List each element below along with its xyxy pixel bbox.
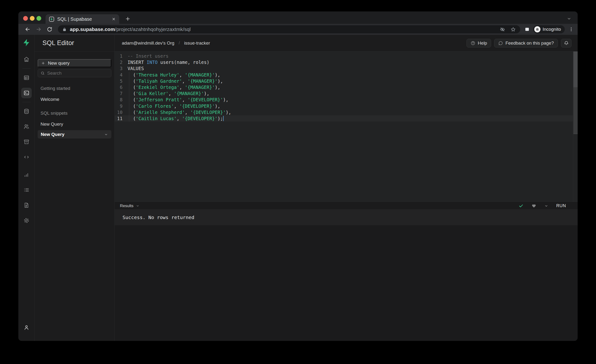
code-line-6[interactable]: 6 ('Ezekiel Ortega', '{MANAGER}'), [115,84,578,90]
terminal-icon [23,90,30,96]
forward-button[interactable] [36,26,42,32]
browser-tab[interactable]: SQL | Supabase [45,14,119,24]
chevron-down-icon[interactable] [104,132,108,137]
sidebar-item-settings[interactable] [21,215,32,226]
success-message: Success. No rows returned [123,215,194,220]
line-number: 5 [115,78,127,84]
new-query-button[interactable]: New query [38,59,111,67]
reload-button[interactable] [46,26,53,32]
file-text-icon [23,202,30,208]
section-heading-sql-snippets: SQL snippets [41,111,108,116]
help-button[interactable]: Help [467,39,491,47]
page-title: SQL Editor [42,39,74,47]
body-row: New query Getting started Welcome SQL sn… [35,52,578,341]
line-number: 2 [115,59,127,65]
sql-editor[interactable]: 1-- Insert users2INSERT INTO users(name,… [115,52,578,202]
new-query-label: New query [48,60,70,66]
snippet-search[interactable] [38,69,111,77]
scrollbar-thumb-secondary [573,87,578,134]
bar-chart-icon [23,172,30,178]
code-line-8[interactable]: 8 ('Jefferson Pratt', '{DEVELOPER}'), [115,97,578,103]
close-tab-icon[interactable] [112,17,116,21]
scrollbar-thumb[interactable] [573,52,578,87]
breadcrumb-project[interactable]: issue-tracker [184,41,210,46]
editor-scrollbar[interactable] [573,52,578,202]
sidebar-item-table-editor[interactable] [21,73,32,83]
eye-off-icon[interactable] [500,27,505,32]
code-text: INSERT INTO users(name, roles) [127,59,578,65]
sidebar-item-database[interactable] [21,106,32,117]
success-check-icon [519,203,523,208]
code-text: VALUES [127,66,578,71]
results-message-row: Success. No rows returned [115,209,578,225]
sidebar-item-logs[interactable] [21,185,32,195]
person-icon [23,324,30,331]
code-line-10[interactable]: 10 ('Arielle Shepherd', '{DEVELOPER}'), [115,109,578,115]
code-text: ('Arielle Shepherd', '{DEVELOPER}'), [127,110,578,115]
sidebar-item-edge-functions[interactable] [21,152,32,162]
feedback-button[interactable]: Feedback on this page? [494,39,558,47]
sidebar-item-sql-editor[interactable] [21,88,32,98]
tab-search-chevron-icon[interactable] [567,16,571,21]
sidebar-item-welcome[interactable]: Welcome [41,97,108,102]
side-panel-icon[interactable] [524,27,530,32]
results-empty-area [115,225,578,341]
sidebar-item-storage[interactable] [21,137,32,147]
back-button[interactable] [25,26,31,32]
sidebar-item-new-query[interactable]: New Query [41,122,108,127]
code-line-3[interactable]: 3VALUES [115,65,578,72]
line-number: 8 [115,97,127,102]
results-chevron-icon[interactable] [136,204,140,208]
panel-header: SQL Editor [35,35,115,51]
line-number: 1 [115,53,127,59]
code-icon [23,154,30,160]
desktop-background: SQL | Supabase [0,0,596,364]
code-line-4[interactable]: 4 ('Theresa Hurley', '{MANAGER}'), [115,72,578,78]
sidebar-item-docs[interactable] [21,200,32,210]
users-icon [23,124,30,130]
close-window-button[interactable] [23,16,28,21]
main-area: SQL Editor adam@windmill.dev's Org / iss… [35,35,578,341]
tab-title: SQL | Supabase [57,16,112,22]
plus-icon [41,61,45,65]
minimize-window-button[interactable] [30,16,35,21]
bookmark-star-icon[interactable] [510,27,516,32]
search-icon [41,71,45,75]
sidebar-item-new-query-selected[interactable]: New Query [38,130,111,139]
breadcrumb-org[interactable]: adam@windmill.dev's Org [122,41,174,46]
code-text: ('Taliyah Gardner', '{MANAGER}'), [127,78,578,84]
notifications-button[interactable] [561,39,571,47]
code-text: ('Theresa Hurley', '{MANAGER}'), [127,72,578,77]
code-line-5[interactable]: 5 ('Taliyah Gardner', '{MANAGER}'), [115,78,578,84]
run-button[interactable]: RUN [556,203,566,208]
maximize-window-button[interactable] [37,16,41,21]
results-bar: Results [115,202,578,209]
sidebar-item-auth[interactable] [21,121,32,132]
new-tab-button[interactable] [125,16,131,22]
favorite-heart-icon[interactable] [531,203,536,208]
snippets-panel: New query Getting started Welcome SQL sn… [35,52,115,341]
feedback-label: Feedback on this page? [505,41,554,46]
code-line-7[interactable]: 7 ('Gia Keller', '{MANAGER}'), [115,90,578,97]
incognito-icon [534,26,540,32]
breadcrumb: adam@windmill.dev's Org / issue-tracker [115,41,210,46]
sidebar-item-reports[interactable] [21,170,32,180]
results-label[interactable]: Results [120,204,134,208]
browser-menu-icon[interactable] [569,27,574,32]
selected-query-label: New Query [41,132,64,137]
window-controls [23,16,41,21]
run-options-chevron-icon[interactable] [544,204,548,208]
line-number: 10 [115,110,127,115]
code-line-9[interactable]: 9 ('Carlo Flores', '{DEVELOPER}'), [115,103,578,109]
supabase-logo[interactable] [22,38,31,47]
search-input[interactable] [47,71,108,76]
code-lines: 1-- Insert users2INSERT INTO users(name,… [115,53,578,122]
address-bar[interactable]: app.supabase.com/project/azahtnhqohyjerz… [58,25,520,33]
code-line-2[interactable]: 2INSERT INTO users(name, roles) [115,59,578,65]
archive-box-icon [23,139,30,145]
sidebar-item-home[interactable] [21,54,32,65]
code-line-11[interactable]: 11 ('Caitlin Lucas', '{DEVELOPER}'); [115,115,578,122]
table-icon [23,74,30,81]
sidebar-item-account[interactable] [21,322,32,333]
code-line-1[interactable]: 1-- Insert users [115,53,578,59]
